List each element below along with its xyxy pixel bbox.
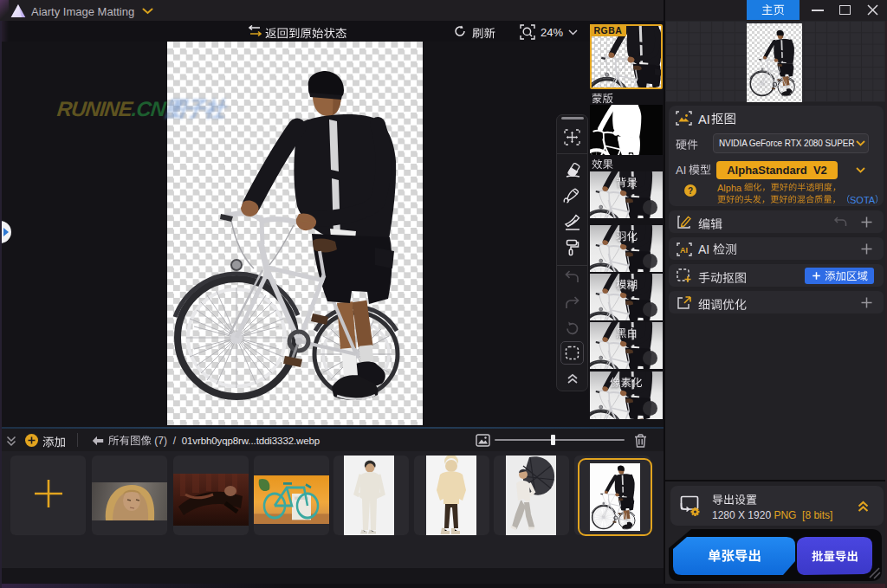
svg-text:AI: AI <box>680 246 688 255</box>
